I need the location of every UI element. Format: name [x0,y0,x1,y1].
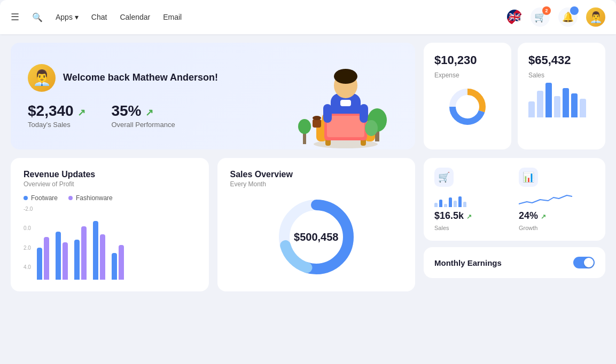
bar-group [74,226,87,280]
bar-footware [112,253,117,280]
top-row: 👨‍💼 Welcome back Mathew Anderson! $2,340… [11,43,605,149]
revenue-subtitle: Overview of Profit [24,180,196,188]
bar-fashionware [100,234,105,280]
svg-rect-9 [340,100,351,106]
bar-mini-item [563,88,569,117]
hero-illustration-svg [292,51,399,149]
legend-footware: Footware [24,194,58,202]
bar-mini-item [537,91,543,117]
todays-sales-stat: $2,340 ↗ Today's Sales [28,102,85,129]
sales-mini-value: $16.5k ↗ [434,210,510,221]
search-icon[interactable]: 🔍 [32,12,43,22]
growth-mini-value: 24% ↗ [519,210,595,221]
revenue-legend: Footware Fashionware [24,194,196,202]
sparkline-bar [458,196,462,207]
hamburger-icon[interactable]: ☰ [11,11,19,23]
growth-sparkline [519,192,572,207]
growth-mini-label: Growth [519,225,595,231]
welcome-greeting: Welcome back Mathew Anderson! [63,72,218,84]
language-flag[interactable]: 🇬🇧 [507,10,522,25]
page-content: 👨‍💼 Welcome back Mathew Anderson! $2,340… [0,34,616,364]
user-avatar[interactable]: 👨‍💼 [586,7,605,27]
sales-mini-metric: 🛒 $16.5k ↗ Sales [434,168,510,231]
sparkline-bar [439,200,442,207]
nav-calendar[interactable]: Calendar [120,13,150,21]
sales-overview-card: Sales Overview Every Month $500,458 [217,158,416,291]
sparkline-bar [454,201,457,207]
nav-email[interactable]: Email [163,13,182,21]
sales-overview-header: Sales Overview Every Month [230,170,403,188]
sparkline-bar [463,202,466,207]
monthly-toggle[interactable] [573,257,595,268]
sales-sparkline [434,192,510,207]
welcome-text: Welcome back Mathew Anderson! [63,72,218,84]
sparkline-bar [444,204,447,207]
svg-rect-19 [313,119,321,128]
bottom-row: Revenue Updates Overview of Profit Footw… [11,158,605,291]
bar-group [112,245,124,280]
svg-rect-13 [360,104,368,123]
svg-point-20 [313,116,321,120]
sales-top-value: $65,432 [528,53,595,67]
footware-dot [24,196,28,200]
revenue-title: Revenue Updates [24,170,196,179]
todays-sales-value: $2,340 ↗ [28,102,85,120]
bar-footware [56,232,61,280]
y-axis-labels: 4.0 2.0 0.0 -2.0 [24,206,33,270]
growth-mini-metric: 📊 24% ↗ Growth [519,168,595,231]
sparkline-bar [449,197,452,207]
bar-footware [74,240,80,280]
sales-top-bar-chart [528,85,595,117]
expense-card: $10,230 Expense [424,43,511,149]
welcome-avatar: 👨‍💼 [28,64,56,92]
toggle-knob [584,258,594,267]
monthly-earnings-title: Monthly Earnings [434,258,502,267]
sparkline-bar [434,203,438,207]
revenue-chart-area: 4.0 2.0 0.0 -2.0 [24,206,196,280]
expense-label: Expense [434,72,501,79]
sales-overview-title: Sales Overview [230,170,403,179]
performance-value: 35% ↗ [111,102,175,120]
bar-fashionware [119,245,124,280]
chart-icon: 📊 [519,168,538,187]
bar-footware [93,221,98,280]
bar-fashionware [63,242,68,280]
bar-mini-item [571,93,578,117]
bar-group [93,221,105,280]
bar-mini-item [554,96,560,117]
svg-rect-11 [327,116,364,137]
todays-sales-label: Today's Sales [28,121,85,129]
welcome-card: 👨‍💼 Welcome back Mathew Anderson! $2,340… [11,43,415,149]
performance-label: Overall Performance [111,121,175,129]
notification-badge [570,6,579,15]
cart-button[interactable]: 🛒 2 [531,7,550,27]
sales-top-card: $65,432 Sales [518,43,605,149]
legend-fashionware: Fashionware [68,194,113,202]
nav-chat[interactable]: Chat [91,13,107,21]
welcome-illustration [292,43,399,149]
nav-apps[interactable]: Apps ▾ [56,13,79,21]
bar-group [56,232,68,280]
nav-links: Apps ▾ Chat Calendar Email [56,13,182,21]
revenue-card: Revenue Updates Overview of Profit Footw… [11,158,209,291]
cart-badge: 2 [542,6,551,15]
cart-icon: 🛒 [434,168,454,187]
svg-point-16 [365,120,378,136]
bar-mini-item [545,83,552,117]
nav-right: 🇬🇧 🛒 2 🔔 👨‍💼 [507,7,605,27]
fashionware-dot [68,196,73,200]
right-bottom-column: 🛒 $16.5k ↗ Sales 📊 24% [424,158,605,291]
notification-button[interactable]: 🔔 [558,7,578,27]
bar-fashionware [44,237,49,280]
sales-overview-subtitle: Every Month [230,180,403,188]
sales-mini-label: Sales [434,225,510,231]
performance-stat: 35% ↗ Overall Performance [111,102,175,129]
svg-rect-12 [323,104,332,123]
revenue-bar-chart [37,206,196,280]
bar-mini-item [580,99,586,117]
expense-value: $10,230 [434,53,501,67]
monthly-earnings-card: Monthly Earnings [424,247,605,278]
sales-center-value: $500,458 [294,231,338,243]
svg-point-18 [298,119,311,134]
bar-fashionware [81,226,87,280]
